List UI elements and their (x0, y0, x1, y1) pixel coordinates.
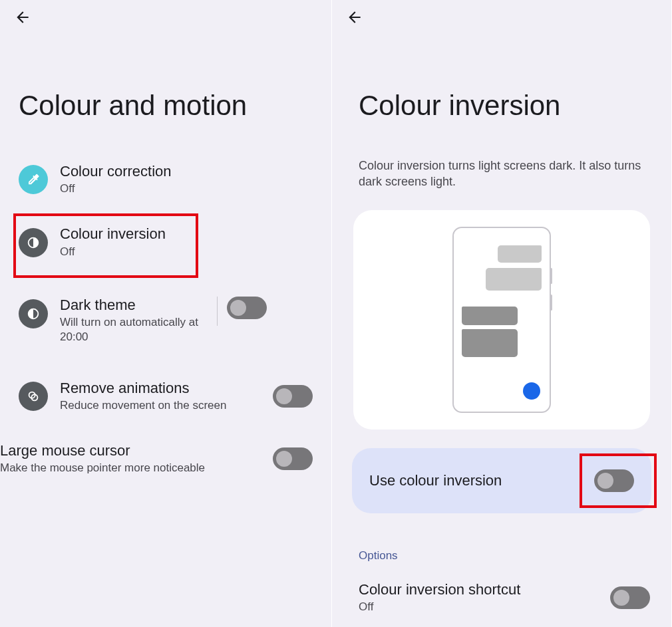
toggle-dark-theme[interactable] (227, 297, 267, 319)
setting-title: Colour correction (60, 163, 313, 180)
preview-illustration (353, 210, 650, 430)
setting-sub: Reduce movement on the screen (60, 398, 273, 413)
dark-theme-icon (19, 299, 48, 328)
row-colour-inversion[interactable]: Colour inversion Off (19, 211, 313, 276)
eyedropper-icon (19, 165, 48, 194)
setting-sub: Make the mouse pointer more noticeable (0, 461, 273, 475)
toggle-inversion-shortcut[interactable] (610, 586, 650, 609)
row-colour-correction[interactable]: Colour correction Off (19, 156, 313, 211)
back-button[interactable] (13, 8, 32, 27)
setting-title: Use colour inversion (369, 472, 502, 489)
page-title: Colour and motion (0, 29, 331, 122)
setting-title: Large mouse cursor (0, 442, 273, 459)
back-button[interactable] (345, 8, 364, 27)
row-large-mouse-cursor[interactable]: Large mouse cursor Make the mouse pointe… (19, 428, 313, 475)
panel-colour-inversion: Colour inversion Colour inversion turns … (331, 0, 671, 627)
divider (217, 297, 218, 326)
panel-colour-and-motion: Colour and motion Colour correction Off … (0, 0, 331, 627)
arrow-left-icon (346, 9, 363, 26)
setting-title: Colour inversion shortcut (359, 581, 610, 598)
arrow-left-icon (14, 9, 31, 26)
row-dark-theme[interactable]: Dark theme Will turn on automatically at… (19, 277, 313, 360)
setting-title: Remove animations (60, 380, 273, 397)
setting-sub: Off (60, 182, 313, 196)
toggle-large-cursor[interactable] (273, 447, 313, 470)
phone-frame-icon (452, 227, 551, 413)
setting-sub: Off (359, 600, 610, 614)
page-description: Colour inversion turns light screens dar… (332, 122, 671, 190)
toggle-use-colour-inversion[interactable] (594, 469, 634, 492)
page-title: Colour inversion (332, 29, 671, 122)
toggle-remove-animations[interactable] (273, 385, 313, 408)
setting-title: Colour inversion (60, 225, 313, 243)
setting-title: Dark theme (60, 297, 213, 314)
animations-icon (19, 382, 48, 411)
section-header-options: Options (332, 513, 671, 563)
setting-sub: Will turn on automatically at 20:00 (60, 315, 213, 344)
row-use-colour-inversion[interactable]: Use colour inversion (352, 448, 651, 513)
row-remove-animations[interactable]: Remove animations Reduce movement on the… (19, 360, 313, 428)
setting-sub: Off (60, 245, 313, 259)
contrast-icon (19, 228, 48, 257)
row-colour-inversion-shortcut[interactable]: Colour inversion shortcut Off (332, 563, 671, 614)
